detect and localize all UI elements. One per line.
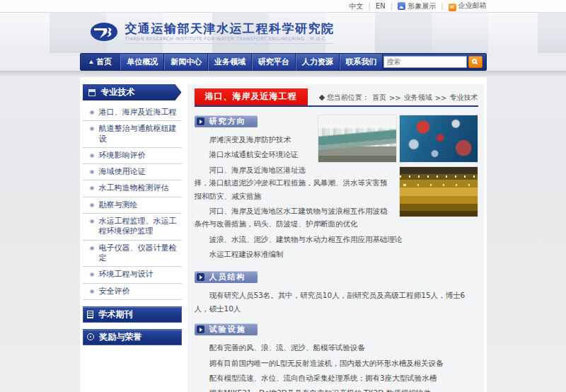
location-icon [319,95,325,100]
bullet-icon: ◉ [90,124,95,134]
research-paragraph: 波浪、水流、泥沙、建筑物与水动力相互作用应用基础理论 [195,233,478,246]
photo-satellite-remote-sensing [399,115,478,163]
facilities-paragraph: 配有模型流速、水位、流向自动采集处理系统；拥有3座大型试验水槽 [195,371,478,384]
nav-item-home[interactable]: 首页 [81,54,121,70]
section-personnel: 人员结构 现有研究人员53名。其中，研究员10人，副研究员及高级工程师15人，博… [195,270,478,315]
arrow-icon [197,325,204,333]
breadcrumb-sep: >> [389,94,401,102]
section-facilities: 试验设施 配有完善的风、浪、流、泥沙、船模等试验设备 拥有目前国内唯一的L型无反… [195,323,478,392]
research-photos-bottom [399,166,478,217]
sidebar-item[interactable]: ◉水运工程监理、水运工程环境保护监理 [83,214,182,241]
sidebar-tech-header[interactable]: 专业技术 [83,84,182,100]
institute-logo[interactable] [90,21,118,45]
journal-icon [87,311,93,318]
facilities-paragraph: 拥有MIKE21、Delft3D及具有自主知识产权的 TK2D 数值模拟软件 [195,386,478,392]
utility-bar: 中文 | EN | 形象展示 | ✉企业邮箱 [0,0,566,13]
sidebar-item[interactable]: ◉安全评价 [83,284,182,300]
award-icon [87,333,94,340]
bullet-icon: ◉ [90,287,95,296]
nav-item-hr[interactable]: 人力资源 [296,54,340,70]
sidebar-item[interactable]: ◉水工构造物检测评估 [83,180,182,197]
home-icon [89,60,93,64]
search-icon [472,59,477,64]
lang-en-link[interactable]: EN [376,2,386,10]
page-banner-title: 港口、海岸及近海工程 [195,88,308,105]
search-button[interactable] [468,56,483,68]
nav-item-research-platform[interactable]: 研究平台 [252,54,296,70]
sidebar-item[interactable]: ◉航道整治与通航枢纽建设 [83,121,182,148]
page-title-row: 港口、海岸及近海工程 您当前位置： 首页 >> 业务领域 >> 专业技术 [195,88,478,107]
mail-icon: ✉ [449,4,456,11]
research-paragraph: 水运工程建设标准编制 [195,248,478,260]
content-area: 专业技术 ◉港口、海岸及近海工程 ◉航道整治与通航枢纽建设 ◉环境影响评价 ◉海… [80,77,487,392]
institute-titles: 交通运输部天津水运工程科学研究院 TIANJIN RESEARCH INSTIT… [125,22,335,45]
nav-item-contact[interactable]: 联系我们 [340,54,383,70]
breadcrumb-current[interactable]: 专业技术 [450,93,478,103]
lang-zh-link[interactable]: 中文 [350,1,364,11]
arrow-icon [197,117,204,125]
facilities-paragraph: 拥有目前国内唯一的L型无反射造波机，国内最大的环形水槽及相关设备 [195,357,478,369]
institute-title: 交通运输部天津水运工程科学研究院 [125,22,335,36]
sidebar-awards-header[interactable]: 奖励与荣誉 [83,329,182,345]
nav-item-news[interactable]: 新闻中心 [164,54,208,70]
sidebar-item[interactable]: ◉电子仪器、仪器计量检定 [83,241,182,267]
sidebar-item[interactable]: ◉环境影响评价 [83,148,182,164]
nav-shadow [0,71,566,77]
sidebar-journals-header[interactable]: 学术期刊 [83,306,182,323]
photo-wave-basin [399,166,478,217]
personnel-body: 现有研究人员53名。其中，研究员10人，副研究员及高级工程师15人，博士6人，硕… [195,289,478,315]
nav-wrapper: 首页 单位概况 新闻中心 业务领域 研究平台 人力资源 联系我们 [0,53,566,77]
divider: | [391,2,393,10]
breadcrumb: 您当前位置： 首页 >> 业务领域 >> 专业技术 [320,93,478,105]
section-research: 研究方向 岸滩演变及海岸防护技术 港口水域通航安全环境论证 河口、海岸及近海地区… [195,115,478,263]
brand-show-link[interactable]: 形象展示 [398,1,436,11]
search-area [383,54,486,70]
breadcrumb-label: 您当前位置： [327,93,369,103]
research-photos-top [318,115,478,163]
breadcrumb-home[interactable]: 首页 [372,93,386,103]
personnel-paragraph: 现有研究人员53名。其中，研究员10人，副研究员及高级工程师15人，博士6人，硕… [195,289,478,315]
facilities-body: 配有完善的风、浪、流、泥沙、船模等试验设备 拥有目前国内唯一的L型无反射造波机，… [195,341,478,392]
section-title-badge: 研究方向 [195,115,258,127]
nav-item-about[interactable]: 单位概况 [120,54,164,70]
bullet-icon: ◉ [90,243,95,253]
section-title-badge: 人员结构 [195,271,258,283]
bullet-icon: ◉ [90,270,95,279]
arrow-icon [197,273,204,281]
image-show-icon [398,2,405,10]
facilities-paragraph: 配有完善的风、浪、流、泥沙、船模等试验设备 [195,341,478,354]
photo-flume-lab [318,115,397,163]
bullet-icon: ◉ [90,217,95,226]
institute-subtitle: TIANJIN RESEARCH INSTITUTE FOR WATER TRA… [125,36,335,44]
main-nav: 首页 单位概况 新闻中心 业务领域 研究平台 人力资源 联系我们 [80,53,487,71]
search-input[interactable] [383,56,467,68]
bullet-icon: ◉ [90,183,95,193]
divider: | [441,2,443,10]
divider: | [369,2,371,10]
sidebar: 专业技术 ◉港口、海岸及近海工程 ◉航道整治与通航枢纽建设 ◉环境影响评价 ◉海… [83,84,182,345]
bullet-icon: ◉ [90,108,95,117]
section-title-badge: 试验设施 [195,323,258,335]
main-column: 港口、海岸及近海工程 您当前位置： 首页 >> 业务领域 >> 专业技术 [187,84,484,392]
sidebar-item[interactable]: ◉勘察与测绘 [83,197,182,214]
sidebar-item[interactable]: ◉港口、海岸及近海工程 [83,105,182,121]
sidebar-item[interactable]: ◉海域使用论证 [83,164,182,180]
nav-item-business[interactable]: 业务领域 [208,54,252,70]
breadcrumb-sep: >> [435,94,447,102]
breadcrumb-business[interactable]: 业务领域 [404,93,432,103]
bullet-icon: ◉ [90,200,95,210]
sidebar-tech-list: ◉港口、海岸及近海工程 ◉航道整治与通航枢纽建设 ◉环境影响评价 ◉海域使用论证… [83,105,182,300]
bullet-icon: ◉ [90,167,95,177]
mailbox-link[interactable]: ✉企业邮箱 [449,1,487,11]
header-band: 交通运输部天津水运工程科学研究院 TIANJIN RESEARCH INSTIT… [0,13,566,53]
sidebar-item[interactable]: ◉环境工程与设计 [83,267,182,283]
bullet-icon: ◉ [90,151,95,161]
tech-section-icon [88,89,96,96]
